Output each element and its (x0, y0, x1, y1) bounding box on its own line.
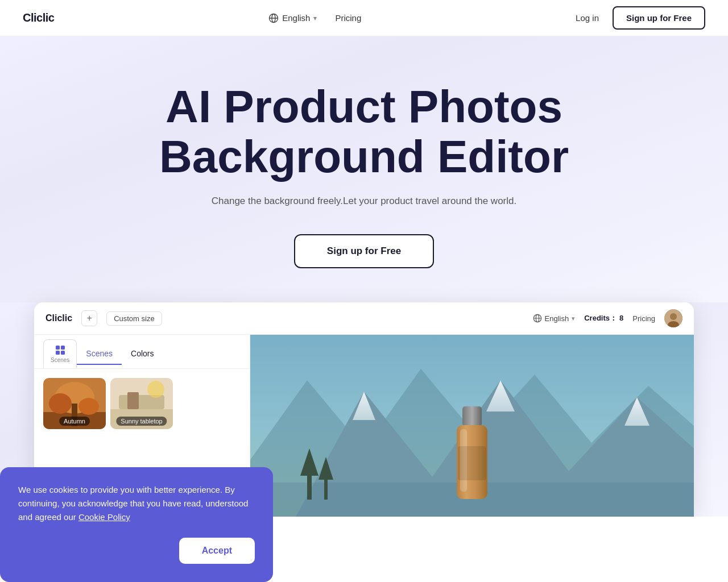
cookie-policy-link[interactable]: Cookie Policy (78, 512, 130, 517)
thumb-sunny-tabletop[interactable]: Sunny tabletop (110, 378, 173, 429)
thumb-autumn-label: Autumn (59, 417, 90, 426)
tab-scenes[interactable]: Scenes (77, 343, 122, 365)
app-new-button[interactable]: + (81, 310, 97, 326)
credits-label: Credits： (584, 314, 617, 322)
hero-cta-button[interactable]: Sign up for Free (294, 234, 434, 268)
signup-button[interactable]: Sign up for Free (613, 6, 705, 30)
lang-chevron: ▾ (313, 14, 317, 22)
app-logo: Cliclic (46, 313, 72, 323)
cookie-text: We use cookies to provide you with bette… (18, 483, 255, 517)
svg-rect-38 (458, 446, 486, 480)
tab-icon-label: Scenes (51, 357, 69, 363)
svg-point-22 (147, 381, 164, 398)
brand-logo[interactable]: Cliclic (23, 11, 54, 24)
product-preview (446, 406, 498, 505)
lang-label: English (282, 13, 310, 23)
svg-rect-12 (61, 351, 65, 355)
hero-subtitle: Change the background freely.Let your pr… (23, 196, 705, 207)
svg-rect-10 (61, 346, 65, 350)
tab-colors[interactable]: Colors (122, 343, 163, 365)
credits-value: 8 (619, 314, 623, 322)
app-language-selector[interactable]: English ▾ (533, 314, 576, 323)
panel-tabs: Scenes Scenes Colors (34, 335, 250, 369)
svg-point-7 (670, 313, 677, 320)
svg-point-16 (49, 393, 72, 414)
cookie-banner: We use cookies to provide you with bette… (0, 467, 273, 517)
globe-icon (268, 13, 279, 23)
avatar-image (664, 309, 682, 327)
product-bottle (446, 406, 498, 503)
app-credits: Credits：8 (584, 313, 623, 323)
hero-title: AI Product Photos Background Editor (108, 82, 620, 182)
thumb-sunny-label: Sunny tabletop (116, 417, 167, 426)
nav-right: Log in Sign up for Free (576, 6, 705, 30)
svg-rect-33 (324, 477, 328, 500)
app-lang-chevron: ▾ (572, 315, 575, 322)
nav-pricing-link[interactable]: Pricing (335, 13, 361, 23)
svg-rect-9 (56, 346, 60, 350)
titlebar-right: English ▾ Credits：8 Pricing (533, 309, 682, 327)
app-titlebar: Cliclic + Custom size English ▾ Credits：… (34, 302, 694, 335)
custom-size-button[interactable]: Custom size (106, 311, 162, 326)
nav-center: English ▾ Pricing (268, 13, 361, 23)
app-pricing-link[interactable]: Pricing (632, 314, 655, 323)
svg-point-17 (78, 398, 99, 415)
cookie-text-body: We use cookies to provide you with bette… (18, 485, 248, 517)
titlebar-left: Cliclic + Custom size (46, 310, 162, 326)
app-lang-label: English (545, 314, 569, 323)
thumb-autumn[interactable]: Autumn (43, 378, 106, 429)
hero-title-line2: Background Editor (159, 131, 569, 182)
hero-section: AI Product Photos Background Editor Chan… (0, 36, 728, 302)
app-globe-icon (533, 314, 542, 323)
app-right-preview (250, 335, 694, 517)
svg-rect-23 (127, 392, 139, 409)
language-selector[interactable]: English ▾ (268, 13, 317, 23)
app-preview-section: Cliclic + Custom size English ▾ Credits：… (0, 302, 728, 517)
login-button[interactable]: Log in (576, 13, 599, 23)
scene-thumbnails: Autumn Sunny tabletop (34, 369, 250, 438)
user-avatar[interactable] (664, 309, 682, 327)
tab-grid-icon[interactable]: Scenes (43, 339, 77, 368)
grid-icon (55, 344, 66, 356)
hero-title-line1: AI Product Photos (166, 81, 562, 132)
svg-rect-35 (462, 406, 482, 426)
navbar: Cliclic English ▾ Pricing Log in Sign up… (0, 0, 728, 36)
svg-rect-11 (56, 351, 60, 355)
